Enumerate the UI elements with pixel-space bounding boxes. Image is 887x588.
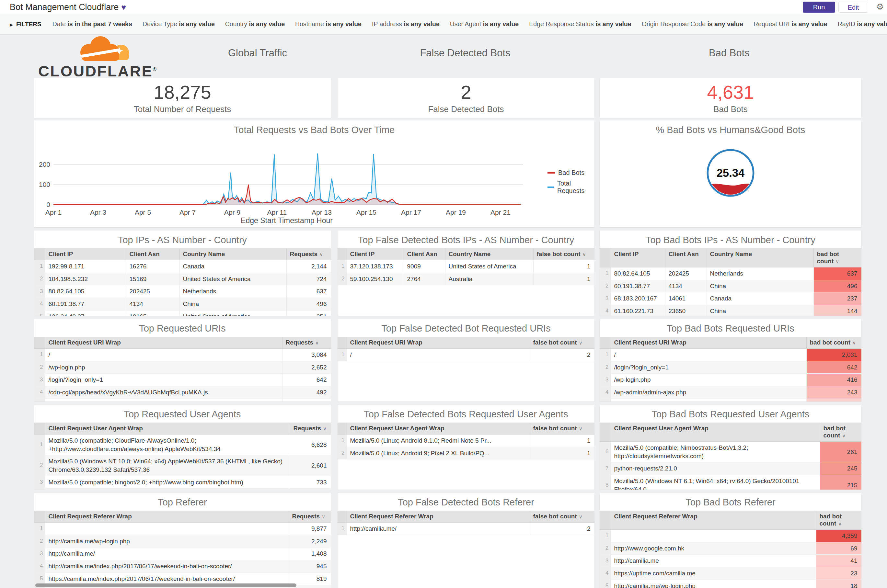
row-number: 1 (600, 530, 611, 542)
column-header[interactable]: Client Asn (126, 248, 179, 260)
column-header[interactable]: Requests∨ (289, 511, 331, 523)
table-row[interactable]: 6Mozilla/5.0 (compatible; Nimbostratus-B… (600, 442, 861, 462)
column-header[interactable]: Client Asn (404, 248, 445, 260)
filter-item[interactable]: Date is in the past 7 weeks (53, 20, 132, 27)
column-header[interactable]: Client Request User Agent Wrap (347, 423, 530, 435)
table-row[interactable]: 2http://www.google.com.hk69 (600, 542, 861, 555)
table-row[interactable]: 180.82.64.105202425Netherlands637 (600, 267, 861, 280)
column-header[interactable]: Client IP (45, 248, 126, 260)
column-header[interactable]: Client Request User Agent Wrap (611, 423, 820, 442)
table-row[interactable]: 1Mozilla/5.0 (compatible; CloudFlare-Alw… (34, 435, 331, 455)
column-header[interactable]: Client IP (347, 248, 404, 260)
table-row[interactable]: 1Mozilla/5.0 (Linux; Android 8.1.0; Redm… (338, 435, 594, 447)
column-header[interactable]: false bot count∨ (530, 511, 594, 523)
table-row[interactable]: 5/cdn-cgi/apps/body/3Lh52SjWTQ4HRlErJykH… (34, 399, 331, 402)
column-header[interactable]: bad bot count∨ (813, 248, 861, 267)
column-header[interactable]: Client Request User Agent Wrap (45, 423, 290, 435)
table-row[interactable]: 3http://camilia.me/1,408 (34, 548, 331, 560)
table-row[interactable]: 5http://camilia.me/wp-login.php18 (600, 580, 861, 588)
table-row[interactable]: 19,877 (34, 523, 331, 535)
text-cell: Netherlands (179, 285, 286, 298)
panel-top-referer: Top Referer Client Request Referer WrapR… (34, 493, 331, 588)
filter-item[interactable]: Edge Response Status is any value (529, 20, 631, 27)
table-row[interactable]: 4/cdn-cgi/apps/head/xVgyKhR-vV3dAUGhMqfB… (34, 386, 331, 399)
value-cell: 351 (286, 310, 331, 316)
column-header[interactable]: Requests∨ (282, 337, 331, 349)
legend-entry[interactable]: Bad Bots (547, 169, 594, 177)
gear-icon[interactable]: ⚙ (876, 2, 884, 12)
table-row[interactable]: 2Mozilla/5.0 (Linux; Android 9; Pixel 2 … (338, 447, 594, 459)
table-row[interactable]: 3/wp-login.php416 (600, 374, 861, 386)
column-header[interactable]: false bot count∨ (530, 423, 594, 435)
filter-item[interactable]: Hostname is any value (295, 20, 362, 27)
filter-item[interactable]: Request URI is any value (753, 20, 827, 27)
horizontal-scrollbar[interactable] (35, 584, 296, 587)
table-row[interactable]: 1/2,031 (600, 349, 861, 362)
run-button[interactable]: Run (803, 2, 835, 13)
table-row[interactable]: 5136.24.49.3719165United States of Ameri… (34, 310, 331, 316)
row-number: 2 (338, 447, 347, 459)
table-row[interactable]: 260.191.38.774134China496 (600, 280, 861, 292)
column-header[interactable]: Client Request Referer Wrap (611, 511, 816, 530)
column-header[interactable]: Country Name (707, 248, 813, 267)
column-header[interactable]: Client Asn (665, 248, 707, 267)
column-header[interactable]: bad bot count∨ (806, 337, 861, 349)
text-cell: United States of America (179, 273, 286, 285)
table-row[interactable]: 4/wp-admin/admin-ajax.php243 (600, 386, 861, 399)
column-header[interactable]: false bot count∨ (530, 337, 594, 349)
table-row[interactable]: 1/2 (338, 349, 594, 362)
column-header[interactable]: Requests∨ (290, 423, 331, 435)
column-header[interactable]: Country Name (179, 248, 286, 260)
column-header[interactable]: Client Request Referer Wrap (45, 511, 289, 523)
table-row[interactable]: 368.183.200.16714061Canada237 (600, 292, 861, 305)
column-header[interactable]: Requests∨ (286, 248, 331, 260)
table-row[interactable]: 2Mozilla/5.0 (Windows NT 10.0; Win64; x6… (34, 455, 331, 476)
table-row[interactable]: 137.120.138.1739009United States of Amer… (338, 260, 594, 273)
row-number: 1 (338, 435, 347, 447)
edit-button[interactable]: Edit (838, 2, 868, 13)
column-header[interactable]: bad bot count∨ (816, 511, 861, 530)
table-row[interactable]: 4https://uptime.com/camilia.me23 (600, 567, 861, 580)
row-number: 5 (600, 399, 611, 402)
filter-item[interactable]: Origin Response Code is any value (642, 20, 743, 27)
filter-item[interactable]: IP address is any value (372, 20, 440, 27)
table-row[interactable]: 7python-requests/2.21.0245 (600, 462, 861, 475)
column-header[interactable]: false bot count∨ (533, 248, 594, 260)
table-row[interactable]: 3Mozilla/5.0 (compatible; bingbot/2.0; +… (34, 476, 331, 489)
column-header[interactable]: Client IP (611, 248, 665, 267)
table-row[interactable]: 1192.99.8.17116276Canada2,144 (34, 260, 331, 273)
row-number: 4 (34, 297, 45, 310)
table-row[interactable]: 5https://camilia.me/index.php/2017/06/17… (34, 573, 331, 585)
filters-toggle[interactable]: ▶FILTERS (10, 21, 42, 27)
column-header[interactable]: Client Request URI Wrap (347, 337, 530, 349)
table-row[interactable]: 2104.198.5.23215169United States of Amer… (34, 273, 331, 285)
column-header[interactable]: bad bot count∨ (820, 423, 861, 442)
table-row[interactable]: 259.100.254.1302764Australia1 (338, 273, 594, 285)
filter-item[interactable]: Device Type is any value (143, 20, 215, 27)
line-chart[interactable]: 0100200Apr 1Apr 3Apr 5Apr 7Apr 9Apr 11Ap… (37, 138, 543, 219)
table-row[interactable]: 4http://camilia.me/index.php/2017/06/17/… (34, 560, 331, 573)
table-row[interactable]: 5/xmlrpc.php124 (600, 399, 861, 402)
table-row[interactable]: 461.160.221.7323650China144 (600, 304, 861, 316)
column-header[interactable]: Country Name (445, 248, 533, 260)
legend-entry[interactable]: Total Requests (547, 180, 594, 195)
filter-item[interactable]: RayID is any value (838, 20, 887, 27)
column-header[interactable]: Client Request URI Wrap (45, 337, 282, 349)
table-row[interactable]: 2http://camilia.me/wp-login.php2,249 (34, 535, 331, 548)
column-header[interactable]: Client Request URI Wrap (611, 337, 806, 349)
table-row[interactable]: 4681 (34, 489, 331, 490)
table-row[interactable]: 14,359 (600, 530, 861, 542)
table-row[interactable]: 1http://camilia.me/2 (338, 523, 594, 535)
table-row[interactable]: 3/login/?login_only=1642 (34, 374, 331, 386)
table-row[interactable]: 2/login/?login_only=1642 (600, 361, 861, 374)
table-row[interactable]: 1/3,084 (34, 349, 331, 362)
table-row[interactable]: 8Mozilla/5.0 (Windows NT 6.1; Win64; x64… (600, 475, 861, 490)
table-row[interactable]: 2/wp-login.php2,652 (34, 361, 331, 374)
table-row[interactable]: 3http://camilia.me41 (600, 555, 861, 567)
chart-legend: Bad BotsTotal Requests (547, 169, 594, 198)
table-row[interactable]: 460.191.38.774134China496 (34, 297, 331, 310)
table-row[interactable]: 380.82.64.105202425Netherlands637 (34, 285, 331, 298)
filter-item[interactable]: Country is any value (225, 20, 285, 27)
filter-item[interactable]: User Agent is any value (450, 20, 519, 27)
column-header[interactable]: Client Request Referer Wrap (347, 511, 530, 523)
